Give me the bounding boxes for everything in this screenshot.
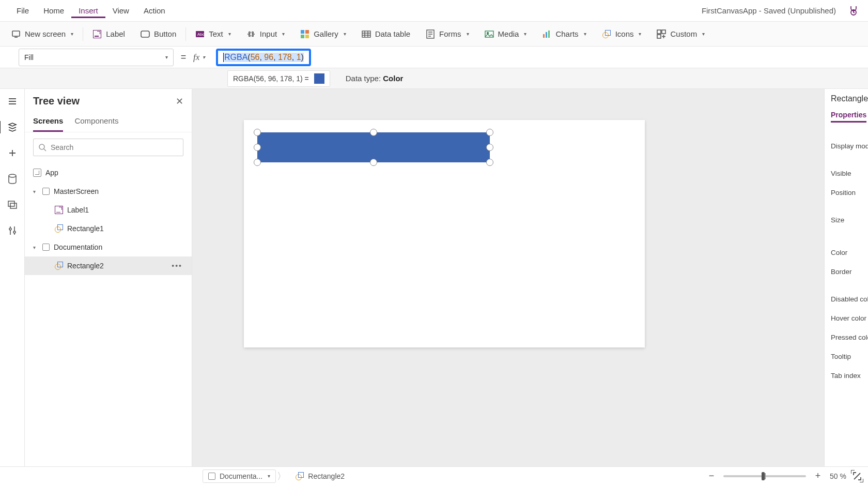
prop-row[interactable]: Visible <box>831 170 868 177</box>
tree-search-input[interactable] <box>51 143 178 151</box>
screen-icon <box>42 188 50 195</box>
custom-label: Custom <box>670 29 697 38</box>
tree-node-app[interactable]: App <box>25 163 192 182</box>
breadcrumb-screen[interactable]: Documenta... ▾ <box>203 469 276 483</box>
formula-result-bar: RGBA(56, 96, 178, 1) = Data type: Color <box>0 68 868 89</box>
media-button[interactable]: Media ▾ <box>478 26 533 42</box>
fx-button[interactable]: fx▾ <box>193 52 214 63</box>
tab-components[interactable]: Components <box>74 113 118 132</box>
svg-rect-2 <box>141 31 149 37</box>
insert-pane-icon[interactable] <box>5 146 20 160</box>
more-icon[interactable]: ••• <box>172 262 192 270</box>
menu-insert[interactable]: Insert <box>71 3 105 18</box>
formula-result-text: RGBA(56, 96, 178, 1) = <box>233 74 309 83</box>
app-checker-icon[interactable] <box>846 5 859 17</box>
forms-button[interactable]: Forms ▾ <box>420 26 475 42</box>
tree-node-control-selected[interactable]: Rectangle2 ••• <box>25 256 192 275</box>
breadcrumb-control[interactable]: Rectangle2 <box>290 470 350 482</box>
prop-row[interactable]: Display mode <box>831 142 868 150</box>
resize-handle-w[interactable] <box>254 144 261 151</box>
svg-point-27 <box>13 231 16 233</box>
screen-icon <box>11 29 21 39</box>
chevron-down-icon[interactable]: ▾ <box>33 189 38 194</box>
tree-view-icon[interactable] <box>5 120 20 134</box>
input-button[interactable]: Input ▾ <box>240 26 291 42</box>
close-icon[interactable]: ✕ <box>176 96 183 107</box>
resize-handle-se[interactable] <box>486 159 493 166</box>
tree-search[interactable] <box>33 139 183 156</box>
custom-icon <box>657 29 666 39</box>
svg-rect-11 <box>301 35 304 38</box>
chevron-down-icon: ▾ <box>228 31 231 37</box>
canvas-area[interactable] <box>192 89 824 466</box>
selected-rectangle[interactable] <box>257 132 490 162</box>
data-table-button[interactable]: Data table <box>355 26 416 42</box>
shape-icon <box>55 224 63 233</box>
tree-node-screen[interactable]: ▾ MasterScreen <box>25 182 192 201</box>
menu-file[interactable]: File <box>9 3 36 18</box>
text-label: Text <box>209 29 223 38</box>
prop-row[interactable]: Border <box>831 268 868 276</box>
button-button[interactable]: Button <box>134 26 182 42</box>
text-icon: Abc <box>195 29 205 39</box>
prop-row[interactable]: Color <box>831 249 868 256</box>
fullscreen-icon[interactable] <box>853 472 862 481</box>
tree-node-control[interactable]: Rectangle1 <box>25 219 192 238</box>
media-pane-icon[interactable] <box>5 198 20 212</box>
custom-button[interactable]: Custom ▾ <box>650 26 711 42</box>
resize-handle-nw[interactable] <box>254 129 261 136</box>
prop-row[interactable]: Pressed color <box>831 334 868 341</box>
zoom-in-button[interactable]: + <box>812 471 824 481</box>
svg-point-28 <box>39 144 44 149</box>
svg-point-7 <box>252 32 253 33</box>
tab-properties[interactable]: Properties <box>831 111 866 123</box>
search-icon <box>39 144 47 151</box>
advanced-tools-icon[interactable] <box>5 223 20 238</box>
charts-button[interactable]: Charts ▾ <box>536 26 592 42</box>
label-label: Label <box>106 29 125 38</box>
app-title: FirstCanvasApp - Saved (Unpublished) <box>702 6 841 15</box>
chevron-down-icon: ▾ <box>584 31 586 37</box>
svg-rect-13 <box>362 31 370 37</box>
label-icon <box>92 29 102 39</box>
tree-label: Label1 <box>67 206 89 214</box>
formula-result-chip[interactable]: RGBA(56, 96, 178, 1) = <box>227 70 330 87</box>
zoom-out-button[interactable]: − <box>706 471 717 481</box>
hamburger-icon[interactable] <box>5 94 20 109</box>
resize-handle-e[interactable] <box>486 144 493 151</box>
resize-handle-s[interactable] <box>370 159 377 166</box>
prop-row[interactable]: Position <box>831 189 868 196</box>
artboard[interactable] <box>244 120 645 347</box>
resize-handle-sw[interactable] <box>254 159 261 166</box>
resize-handle-ne[interactable] <box>486 129 493 136</box>
tab-screens[interactable]: Screens <box>33 113 63 132</box>
prop-row[interactable]: Size <box>831 216 868 224</box>
prop-row[interactable]: Tooltip <box>831 353 868 360</box>
prop-row[interactable]: Tab index <box>831 372 868 380</box>
text-button[interactable]: Abc Text ▾ <box>189 26 237 42</box>
chevron-down-icon: ▾ <box>639 31 641 37</box>
tree-node-screen[interactable]: ▾ Documentation <box>25 238 192 256</box>
formula-input[interactable]: RGBA(56, 96, 178, 1) <box>214 48 868 67</box>
zoom-slider[interactable] <box>723 475 806 477</box>
menu-home[interactable]: Home <box>36 3 71 18</box>
new-screen-button[interactable]: New screen ▾ <box>5 26 80 42</box>
property-selector[interactable]: Fill ▾ <box>19 49 174 66</box>
svg-rect-22 <box>657 35 661 38</box>
menu-bar: File Home Insert View Action FirstCanvas… <box>0 0 868 22</box>
menu-view[interactable]: View <box>105 3 136 18</box>
prop-row[interactable]: Disabled color <box>831 295 868 303</box>
resize-handle-n[interactable] <box>370 129 377 136</box>
icons-button[interactable]: Icons ▾ <box>596 26 648 42</box>
prop-row[interactable]: Hover color <box>831 314 868 322</box>
chevron-down-icon[interactable]: ▾ <box>33 245 38 250</box>
svg-rect-24 <box>8 201 14 206</box>
equals-sign: = <box>178 52 189 63</box>
input-icon <box>246 29 256 39</box>
label-button[interactable]: Label <box>86 26 131 42</box>
tree-node-control[interactable]: Label1 <box>25 201 192 219</box>
gallery-button[interactable]: Gallery ▾ <box>294 26 352 42</box>
data-pane-icon[interactable] <box>5 172 20 186</box>
icons-icon <box>602 29 611 39</box>
menu-action[interactable]: Action <box>136 3 173 18</box>
